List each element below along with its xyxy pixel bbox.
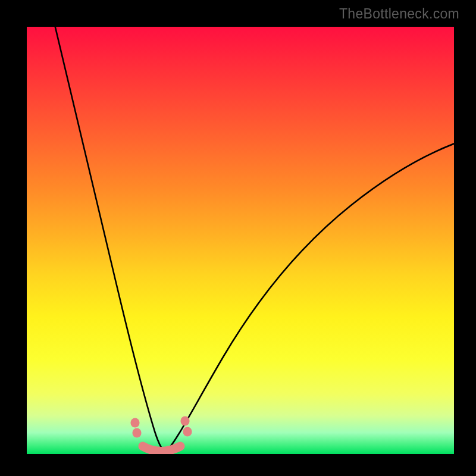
- bottleneck-curve-left: [52, 27, 165, 452]
- chart-svg: [27, 27, 454, 454]
- watermark-text: TheBottleneck.com: [339, 6, 459, 22]
- bottleneck-curve-right: [165, 141, 454, 452]
- plot-area: [27, 27, 454, 454]
- chart-frame: TheBottleneck.com: [0, 0, 476, 476]
